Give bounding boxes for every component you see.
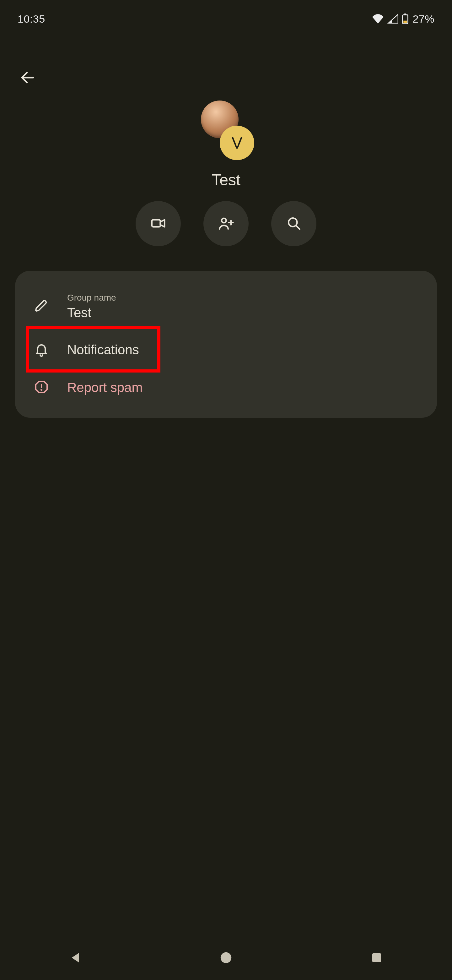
report-spam-label: Report spam: [67, 380, 143, 395]
avatar-secondary: V: [220, 126, 254, 160]
svg-rect-4: [152, 220, 160, 227]
nav-recents-button[interactable]: [345, 942, 408, 974]
video-icon: [150, 215, 167, 233]
arrow-back-icon: [19, 69, 36, 87]
nav-home-button[interactable]: [195, 942, 257, 974]
svg-rect-16: [372, 953, 381, 962]
page-title: Test: [212, 171, 240, 189]
add-person-button[interactable]: [203, 201, 249, 246]
svg-marker-5: [160, 220, 165, 227]
group-header: V Test: [0, 100, 452, 189]
nav-back-button[interactable]: [44, 942, 107, 974]
settings-card: Group name Test Notifications Report spa…: [15, 271, 437, 418]
nav-recents-icon: [370, 951, 383, 965]
svg-rect-2: [404, 21, 407, 23]
svg-point-6: [222, 218, 226, 223]
action-row: [0, 201, 452, 246]
notifications-label: Notifications: [67, 342, 139, 358]
search-icon: [286, 215, 301, 232]
nav-back-icon: [68, 950, 82, 966]
person-add-icon: [217, 215, 235, 233]
svg-rect-1: [404, 14, 406, 15]
avatar-initial: V: [232, 134, 243, 152]
battery-icon: [402, 14, 409, 24]
report-icon: [34, 379, 49, 396]
video-call-button[interactable]: [136, 201, 181, 246]
status-right: 27%: [372, 13, 435, 25]
nav-home-icon: [219, 950, 233, 966]
report-spam-row[interactable]: Report spam: [15, 369, 437, 406]
group-name-label: Group name: [67, 293, 116, 303]
cell-signal-icon: [387, 14, 398, 24]
status-time: 10:35: [17, 13, 45, 25]
edit-icon: [34, 298, 49, 315]
svg-line-10: [296, 226, 300, 229]
group-name-row[interactable]: Group name Test: [15, 282, 437, 331]
back-button[interactable]: [13, 63, 43, 93]
system-nav-bar: [0, 936, 452, 980]
svg-point-13: [41, 390, 42, 390]
status-bar: 10:35 27%: [0, 0, 452, 38]
notifications-row[interactable]: Notifications: [15, 331, 437, 369]
bell-icon: [34, 342, 49, 358]
wifi-icon: [372, 14, 384, 24]
group-name-value: Test: [67, 305, 116, 320]
svg-point-15: [220, 952, 232, 963]
search-button[interactable]: [271, 201, 316, 246]
battery-percent: 27%: [412, 13, 435, 25]
svg-marker-14: [72, 953, 79, 963]
avatar-stack[interactable]: V: [198, 100, 254, 160]
